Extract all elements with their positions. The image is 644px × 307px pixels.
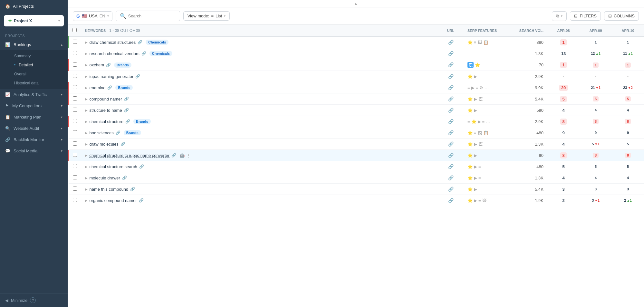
row-checkbox[interactable] <box>73 85 77 89</box>
expand-arrow[interactable]: ▶ <box>85 154 88 157</box>
link-icon[interactable]: 🔗 <box>171 153 176 158</box>
view-mode-selector[interactable]: View mode: ≡ List ▾ <box>183 11 230 21</box>
url-link[interactable]: 🔗 <box>448 164 454 169</box>
link-icon[interactable]: 🔗 <box>107 85 112 90</box>
sidebar-item-competitors[interactable]: ⚑ My Competitors ▾ <box>0 100 68 111</box>
search-box[interactable]: 🔍 <box>116 11 180 21</box>
sidebar-item-summary[interactable]: Summary <box>0 52 68 61</box>
select-all-header[interactable] <box>68 25 81 36</box>
url-link[interactable]: 🔗 <box>448 153 454 158</box>
row-checkbox[interactable] <box>73 108 77 112</box>
ai-icon[interactable]: 🤖 <box>179 153 185 158</box>
url-link[interactable]: 🔗 <box>448 141 454 147</box>
expand-arrow[interactable]: ▶ <box>85 63 88 67</box>
row-checkbox[interactable] <box>73 96 77 101</box>
link-icon[interactable]: 🔗 <box>116 130 120 135</box>
collapse-chevron[interactable]: ▲ <box>68 0 644 7</box>
expand-arrow[interactable]: ▶ <box>85 165 88 168</box>
copy-button[interactable]: ⧉ ▾ <box>552 11 567 21</box>
link-icon[interactable]: 🔗 <box>124 97 129 101</box>
url-link[interactable]: 🔗 <box>448 175 454 180</box>
row-checkbox[interactable] <box>73 198 77 202</box>
keyword-tag[interactable]: Brands <box>133 119 151 124</box>
link-icon[interactable]: 🔗 <box>122 176 127 180</box>
sidebar-item-social[interactable]: 💬 Social Media ▾ <box>0 145 68 157</box>
row-checkbox[interactable] <box>73 40 77 44</box>
sidebar-item-audit[interactable]: 🔍 Website Audit ▾ <box>0 123 68 134</box>
select-all-checkbox[interactable] <box>72 28 77 32</box>
url-column-header[interactable]: URL <box>438 25 464 36</box>
expand-arrow[interactable]: ▶ <box>85 120 88 123</box>
url-link[interactable]: 🔗 <box>448 96 454 101</box>
expand-arrow[interactable]: ▶ <box>85 86 88 90</box>
link-icon[interactable]: 🔗 <box>135 74 140 79</box>
expand-arrow[interactable]: ▶ <box>85 75 88 78</box>
url-link[interactable]: 🔗 <box>448 62 454 67</box>
row-checkbox[interactable] <box>73 141 77 146</box>
expand-arrow[interactable]: ▶ <box>85 97 88 101</box>
sidebar-item-rankings[interactable]: 📊 Rankings ▴ <box>0 39 68 50</box>
sidebar-item-historical[interactable]: Historical data <box>0 79 68 88</box>
url-link[interactable]: 🔗 <box>448 85 454 90</box>
sidebar-item-marketing[interactable]: 📋 Marketing Plan ▾ <box>0 111 68 123</box>
url-link[interactable]: 🔗 <box>448 130 454 135</box>
expand-arrow[interactable]: ▶ <box>85 131 88 135</box>
link-icon[interactable]: 🔗 <box>125 119 130 124</box>
expand-arrow[interactable]: ▶ <box>85 187 88 191</box>
row-checkbox[interactable] <box>73 62 77 67</box>
keyword-tag[interactable]: Brands <box>115 85 133 90</box>
keyword-tag[interactable]: Chemicals <box>149 51 172 56</box>
link-icon[interactable]: 🔗 <box>141 51 146 56</box>
serp-column-header[interactable]: SERP FEATURES <box>464 25 515 36</box>
url-link[interactable]: 🔗 <box>448 74 454 79</box>
all-projects-link[interactable]: 🏠 All Projects <box>0 0 68 13</box>
help-icon[interactable]: ? <box>30 297 36 303</box>
url-link[interactable]: 🔗 <box>448 40 454 45</box>
link-icon[interactable]: 🔗 <box>130 187 135 191</box>
url-link[interactable]: 🔗 <box>448 198 454 203</box>
expand-arrow[interactable]: ▶ <box>85 199 88 202</box>
link-icon[interactable]: 🔗 <box>138 40 142 44</box>
expand-arrow[interactable]: ▶ <box>85 41 88 44</box>
expand-arrow[interactable]: ▶ <box>85 176 88 180</box>
url-link[interactable]: 🔗 <box>448 108 454 113</box>
sidebar-item-overall[interactable]: Overall <box>0 70 68 79</box>
date1-column-header[interactable]: APR-08 <box>547 25 580 36</box>
project-selector[interactable]: ✦ Project X ▾ <box>4 15 64 26</box>
keyword-tag[interactable]: Chemicals <box>146 40 168 45</box>
date3-column-header[interactable]: APR-10 <box>612 25 644 36</box>
filters-button[interactable]: ⊟ FILTERS <box>570 11 601 21</box>
link-icon[interactable]: 🔗 <box>106 63 111 67</box>
engine-selector[interactable]: G 🇺🇸 USA EN ▾ <box>73 11 112 21</box>
columns-button[interactable]: ⊞ COLUMNS <box>604 11 639 21</box>
link-icon[interactable]: 🔗 <box>139 198 144 203</box>
expand-arrow[interactable]: ▶ <box>85 52 88 55</box>
keyword-tag[interactable]: Brands <box>124 130 141 135</box>
row-checkbox[interactable] <box>73 130 77 134</box>
vol-column-header[interactable]: SEARCH VOL. <box>515 25 547 36</box>
keywords-column-header[interactable]: KEYWORDS 1 - 38 OUT OF 38 <box>81 25 438 36</box>
row-checkbox[interactable] <box>73 164 77 168</box>
row-checkbox[interactable] <box>73 187 77 191</box>
sidebar-item-analytics[interactable]: 📈 Analytics & Traffic ▾ <box>0 89 68 100</box>
link-icon[interactable]: 🔗 <box>139 164 144 169</box>
sidebar-item-backlinks[interactable]: 🔗 Backlink Monitor ▾ <box>0 134 68 145</box>
keyword-tag[interactable]: Brands <box>114 62 131 68</box>
minimize-button[interactable]: ◀ Minimize ? <box>0 293 68 307</box>
row-checkbox[interactable] <box>73 153 77 157</box>
expand-arrow[interactable]: ▶ <box>85 142 88 146</box>
url-link[interactable]: 🔗 <box>448 51 454 56</box>
search-input[interactable] <box>128 14 176 18</box>
more-icon[interactable]: ⋮ <box>187 153 191 158</box>
url-link[interactable]: 🔗 <box>448 119 454 124</box>
link-icon[interactable]: 🔗 <box>124 108 129 112</box>
expand-arrow[interactable]: ▶ <box>85 109 88 112</box>
row-checkbox[interactable] <box>73 119 77 123</box>
row-checkbox[interactable] <box>73 74 77 78</box>
date2-column-header[interactable]: APR-09 <box>580 25 612 36</box>
row-checkbox[interactable] <box>73 51 77 55</box>
row-checkbox[interactable] <box>73 175 77 179</box>
link-icon[interactable]: 🔗 <box>120 142 125 146</box>
sidebar-item-detailed[interactable]: Detailed <box>0 61 68 70</box>
url-link[interactable]: 🔗 <box>448 187 454 192</box>
